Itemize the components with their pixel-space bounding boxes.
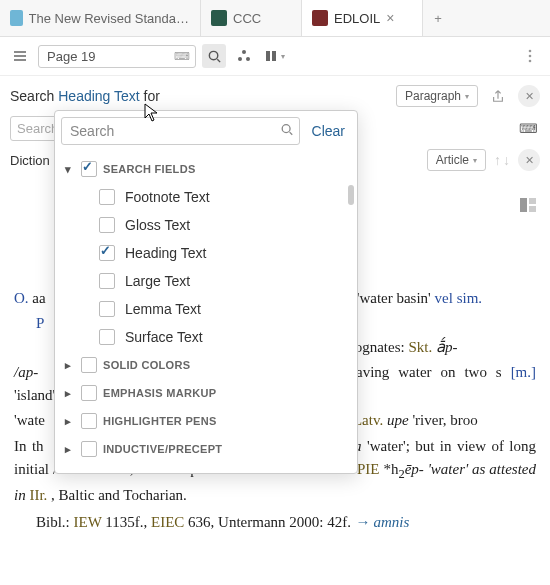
chevron-down-icon: ▾ — [473, 156, 477, 165]
toolbar: Page 19 ⌨ ▾ — [0, 37, 550, 76]
dropdown-body: ▾SEARCH FIELDSFootnote TextGloss TextHea… — [55, 151, 357, 473]
toc-button[interactable] — [8, 44, 32, 68]
caret-right-icon: ▸ — [65, 415, 75, 428]
search-field-link[interactable]: Heading Text — [58, 88, 139, 104]
option-label: Gloss Text — [125, 217, 190, 233]
tab-2-title: EDLOIL — [334, 11, 380, 26]
search-fields-dropdown: Search Clear ▾SEARCH FIELDSFootnote Text… — [54, 110, 358, 474]
section-title: INDUCTIVE/PRECEPT — [103, 443, 222, 455]
dropdown-search-row: Search Clear — [55, 111, 357, 151]
section-title: SEARCH FIELDS — [103, 163, 196, 175]
dictionaries-label: Diction — [10, 153, 50, 168]
option-0-1[interactable]: Gloss Text — [55, 211, 357, 239]
new-tab-button[interactable]: + — [423, 0, 453, 36]
svg-rect-10 — [529, 198, 536, 204]
svg-rect-4 — [266, 51, 270, 61]
section-header-0[interactable]: ▾SEARCH FIELDS — [55, 155, 357, 183]
option-checkbox[interactable] — [99, 245, 115, 261]
tab-1-title: CCC — [233, 11, 261, 26]
close-dict-button[interactable]: ✕ — [518, 149, 540, 171]
clear-button[interactable]: Clear — [306, 123, 351, 139]
section-header-4[interactable]: ▸INDUCTIVE/PRECEPT — [55, 435, 357, 463]
section-checkbox[interactable] — [81, 161, 97, 177]
option-0-2[interactable]: Heading Text — [55, 239, 357, 267]
section-checkbox[interactable] — [81, 357, 97, 373]
svg-rect-5 — [272, 51, 276, 61]
paragraph-dropdown[interactable]: Paragraph ▾ — [396, 85, 478, 107]
tab-2[interactable]: EDLOIL × — [302, 0, 423, 36]
close-icon[interactable]: × — [386, 10, 394, 26]
section-title: SOLID COLORS — [103, 359, 190, 371]
section-title: HIGHLIGHTER PENS — [103, 415, 217, 427]
close-search-button[interactable]: ✕ — [518, 85, 540, 107]
option-checkbox[interactable] — [99, 301, 115, 317]
arrow-down-icon[interactable]: ↓ — [503, 152, 510, 168]
option-label: Lemma Text — [125, 301, 201, 317]
svg-point-0 — [209, 51, 217, 59]
book-icon — [211, 10, 227, 26]
svg-point-6 — [529, 50, 532, 53]
book-icon — [312, 10, 328, 26]
arrow-up-icon[interactable]: ↑ — [494, 152, 501, 168]
parallel-button[interactable] — [232, 44, 256, 68]
svg-point-1 — [238, 57, 242, 61]
caret-right-icon: ▸ — [65, 443, 75, 456]
page-input-wrap: Page 19 ⌨ — [38, 45, 196, 68]
section-header-2[interactable]: ▸EMPHASIS MARKUP — [55, 379, 357, 407]
tab-0[interactable]: The New Revised Standard Version — [0, 0, 201, 36]
share-icon[interactable] — [486, 84, 510, 108]
option-label: Large Text — [125, 273, 190, 289]
caret-right-icon: ▸ — [65, 387, 75, 400]
keyboard-icon[interactable]: ⌨ — [516, 117, 540, 141]
svg-rect-11 — [529, 206, 536, 212]
option-0-4[interactable]: Lemma Text — [55, 295, 357, 323]
option-0-5[interactable]: Surface Text — [55, 323, 357, 351]
book-icon — [10, 10, 23, 26]
search-icon[interactable] — [280, 123, 294, 140]
option-label: Footnote Text — [125, 189, 210, 205]
section-header-3[interactable]: ▸HIGHLIGHTER PENS — [55, 407, 357, 435]
section-title: EMPHASIS MARKUP — [103, 387, 216, 399]
option-0-0[interactable]: Footnote Text — [55, 183, 357, 211]
option-checkbox[interactable] — [99, 217, 115, 233]
keyboard-icon[interactable]: ⌨ — [174, 50, 190, 63]
tab-0-title: The New Revised Standard Version — [29, 11, 190, 26]
dropdown-search-input[interactable]: Search — [61, 117, 300, 145]
caret-down-icon: ▾ — [65, 163, 75, 176]
tab-1[interactable]: CCC — [201, 0, 302, 36]
chevron-down-icon: ▾ — [465, 92, 469, 101]
section-checkbox[interactable] — [81, 385, 97, 401]
page-input[interactable]: Page 19 — [38, 45, 196, 68]
link-amnis[interactable]: → amnis — [355, 514, 410, 530]
column-indicator-icon[interactable] — [520, 196, 536, 219]
kebab-menu-button[interactable] — [518, 44, 542, 68]
svg-point-2 — [246, 57, 250, 61]
svg-point-7 — [529, 55, 532, 58]
option-checkbox[interactable] — [99, 273, 115, 289]
caret-right-icon: ▸ — [65, 359, 75, 372]
section-checkbox[interactable] — [81, 441, 97, 457]
article-dropdown[interactable]: Article ▾ — [427, 149, 486, 171]
option-label: Surface Text — [125, 329, 203, 345]
nav-arrows: ↑ ↓ — [494, 152, 510, 168]
svg-point-3 — [242, 50, 246, 54]
search-button[interactable] — [202, 44, 226, 68]
option-label: Heading Text — [125, 245, 206, 261]
svg-point-8 — [529, 60, 532, 63]
tab-bar: The New Revised Standard Version CCC EDL… — [0, 0, 550, 37]
columns-button[interactable]: ▾ — [262, 44, 286, 68]
svg-point-12 — [282, 125, 290, 133]
option-checkbox[interactable] — [99, 329, 115, 345]
option-0-3[interactable]: Large Text — [55, 267, 357, 295]
search-label: Search Heading Text for — [10, 88, 160, 104]
svg-rect-9 — [520, 198, 527, 212]
scrollbar-thumb[interactable] — [348, 185, 354, 205]
mouse-cursor-icon — [144, 103, 160, 126]
option-checkbox[interactable] — [99, 189, 115, 205]
chevron-down-icon: ▾ — [281, 52, 285, 61]
section-header-1[interactable]: ▸SOLID COLORS — [55, 351, 357, 379]
section-checkbox[interactable] — [81, 413, 97, 429]
